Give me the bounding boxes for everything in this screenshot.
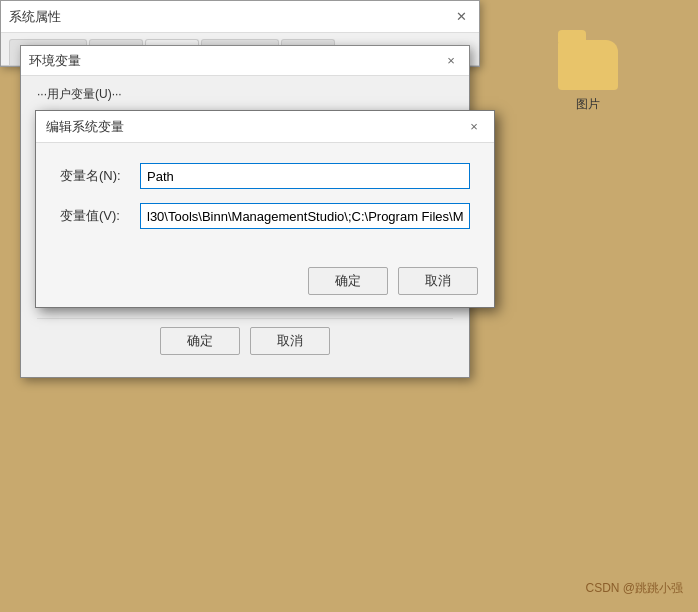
edit-ok-btn[interactable]: 确定 — [308, 267, 388, 295]
var-value-label: 变量值(V): — [60, 207, 140, 225]
var-name-row: 变量名(N): — [60, 163, 470, 189]
sys-properties-close-btn[interactable]: ✕ — [451, 7, 471, 27]
edit-sysvar-dialog: 编辑系统变量 × 变量名(N): 变量值(V): 确定 取消 — [35, 110, 495, 308]
folder-label: 图片 — [576, 96, 600, 113]
sys-properties-title: 系统属性 — [9, 8, 61, 26]
var-name-input[interactable] — [140, 163, 470, 189]
env-cancel-btn[interactable]: 取消 — [250, 327, 330, 355]
edit-cancel-btn[interactable]: 取消 — [398, 267, 478, 295]
var-value-row: 变量值(V): — [60, 203, 470, 229]
env-ok-btn[interactable]: 确定 — [160, 327, 240, 355]
env-titlebar: 环境变量 × — [21, 46, 469, 76]
env-dialog-title: 环境变量 — [29, 52, 81, 70]
folder-icon — [558, 40, 618, 90]
window-controls: ✕ — [451, 7, 471, 27]
edit-dialog-body: 变量名(N): 变量值(V): — [36, 143, 494, 259]
background-panel: 图片 — [478, 0, 698, 612]
var-value-input[interactable] — [140, 203, 470, 229]
user-vars-label: ···用户变量(U)··· — [37, 86, 453, 103]
sys-properties-titlebar: 系统属性 ✕ — [1, 1, 479, 33]
edit-dialog-close-btn[interactable]: × — [464, 117, 484, 137]
env-bottom-buttons: 确定 取消 — [37, 318, 453, 367]
edit-dialog-buttons: 确定 取消 — [36, 259, 494, 307]
env-dialog-close-btn[interactable]: × — [441, 51, 461, 71]
var-name-label: 变量名(N): — [60, 167, 140, 185]
csdn-watermark: CSDN @跳跳小强 — [585, 580, 683, 597]
edit-dialog-title: 编辑系统变量 — [46, 118, 124, 136]
edit-titlebar: 编辑系统变量 × — [36, 111, 494, 143]
